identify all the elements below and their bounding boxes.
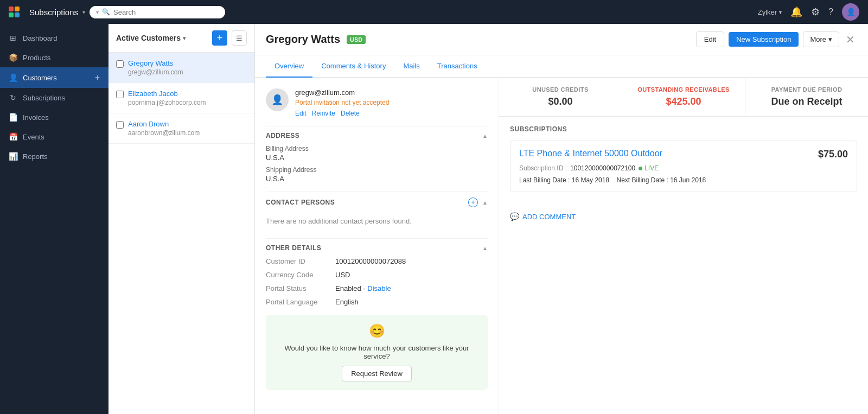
new-subscription-button[interactable]: New Subscription bbox=[729, 32, 799, 47]
topnav-left: Subscriptions ▾ ▾ 🔍 bbox=[9, 5, 225, 18]
search-input[interactable] bbox=[113, 8, 219, 16]
payment-due-stat: PAYMENT DUE PERIOD Due on Receipt bbox=[745, 78, 868, 116]
tab-transactions[interactable]: Transactions bbox=[429, 55, 486, 78]
subscription-name[interactable]: LTE Phone & Internet 50000 Outdoor bbox=[519, 149, 662, 158]
customers-icon: 👤 bbox=[9, 73, 17, 82]
zoho-logo[interactable]: Subscriptions ▾ bbox=[9, 5, 85, 18]
add-customer-button[interactable]: + bbox=[212, 30, 227, 46]
zoho-squares bbox=[9, 7, 20, 17]
customer-name-gregory: Gregory Watts bbox=[128, 59, 247, 67]
smiley-icon: 😊 bbox=[369, 323, 385, 339]
notification-icon[interactable]: 🔔 bbox=[790, 6, 802, 18]
billing-address-value: U.S.A bbox=[266, 154, 488, 162]
currency-code-row: Currency Code USD bbox=[266, 271, 488, 279]
tab-overview[interactable]: Overview bbox=[266, 55, 312, 78]
customer-email-aaron: aaronbrown@zillum.com bbox=[128, 129, 247, 137]
reinvite-link[interactable]: Reinvite bbox=[312, 110, 335, 117]
profile-actions: Edit Reinvite Delete bbox=[295, 110, 488, 117]
address-section-header[interactable]: ADDRESS ▲ bbox=[266, 126, 488, 145]
detail-header-actions: Edit New Subscription More ▾ ✕ bbox=[696, 31, 857, 47]
subscription-price: $75.00 bbox=[818, 149, 848, 160]
sub-id-label: Subscription ID : bbox=[519, 164, 567, 172]
add-contact-icon[interactable]: + bbox=[468, 198, 478, 207]
panel-title-caret-icon: ▾ bbox=[183, 35, 186, 41]
sidebar-item-subscriptions[interactable]: ↻ Subscriptions bbox=[0, 88, 108, 107]
customer-item-gregory[interactable]: Gregory Watts gregw@zillum.com bbox=[108, 53, 254, 83]
zoho-sq-blue bbox=[15, 12, 20, 17]
customer-checkbox-aaron[interactable] bbox=[116, 121, 124, 129]
topnav-right: Zylker ▾ 🔔 ⚙ ? 👤 bbox=[758, 3, 859, 21]
portal-status-label: Portal Status bbox=[266, 284, 331, 292]
portal-status-row: Portal Status Enabled - Disable bbox=[266, 284, 488, 292]
profile-email: gregw@zillum.com bbox=[295, 88, 488, 97]
profile-details: gregw@zillum.com Portal invitation not y… bbox=[295, 88, 488, 117]
customer-checkbox-elizabeth[interactable] bbox=[116, 91, 124, 98]
sidebar: ⊞ Dashboard 📦 Products 👤 Customers + ↻ S… bbox=[0, 24, 108, 414]
search-filter-icon: ▾ bbox=[96, 9, 99, 15]
outstanding-label: OUTSTANDING RECEIVABLES bbox=[633, 86, 734, 93]
main-layout: ⊞ Dashboard 📦 Products 👤 Customers + ↻ S… bbox=[0, 24, 868, 414]
help-icon[interactable]: ? bbox=[828, 7, 833, 17]
customer-id-row: Customer ID 100120000000072088 bbox=[266, 257, 488, 265]
customer-item-elizabeth[interactable]: Elizabeth Jacob poornima.j@zohocorp.com bbox=[108, 83, 254, 113]
portal-language-value: English bbox=[335, 298, 359, 306]
currency-badge: USD bbox=[347, 35, 366, 44]
reports-icon: 📊 bbox=[9, 152, 17, 161]
contact-section-header[interactable]: CONTACT PERSONS + ▲ bbox=[266, 192, 488, 213]
outstanding-stat: OUTSTANDING RECEIVABLES $425.00 bbox=[622, 78, 745, 116]
contact-section-title: CONTACT PERSONS bbox=[266, 199, 335, 206]
tab-comments[interactable]: Comments & History bbox=[312, 55, 394, 78]
subscriptions-title: SUBSCRIPTIONS bbox=[510, 125, 857, 133]
edit-button[interactable]: Edit bbox=[696, 31, 724, 47]
shipping-address-row: Shipping Address U.S.A bbox=[266, 166, 488, 183]
sidebar-item-reports[interactable]: 📊 Reports bbox=[0, 147, 108, 166]
disable-portal-link[interactable]: Disable bbox=[367, 284, 391, 292]
settings-icon[interactable]: ⚙ bbox=[811, 6, 820, 18]
sidebar-item-invoices[interactable]: 📄 Invoices bbox=[0, 107, 108, 127]
sidebar-label-dashboard: Dashboard bbox=[23, 34, 100, 42]
more-button[interactable]: More ▾ bbox=[803, 31, 839, 47]
customer-email-gregory: gregw@zillum.com bbox=[128, 68, 247, 76]
sidebar-item-customers[interactable]: 👤 Customers + bbox=[0, 67, 108, 88]
app-caret-icon: ▾ bbox=[82, 9, 85, 15]
review-text: Would you like to know how much your cus… bbox=[275, 344, 479, 360]
delete-link[interactable]: Delete bbox=[341, 110, 360, 117]
detail-content: 👤 gregw@zillum.com Portal invitation not… bbox=[255, 78, 868, 414]
sidebar-item-products[interactable]: 📦 Products bbox=[0, 48, 108, 67]
tab-mails[interactable]: Mails bbox=[394, 55, 428, 78]
unused-credits-value: $0.00 bbox=[510, 96, 611, 107]
live-badge: LIVE bbox=[639, 164, 659, 172]
add-comment-link[interactable]: 💬 ADD COMMENT bbox=[510, 212, 857, 221]
search-bar[interactable]: ▾ 🔍 bbox=[90, 6, 225, 18]
customer-checkbox-gregory[interactable] bbox=[116, 60, 124, 68]
sidebar-label-customers: Customers bbox=[23, 74, 90, 82]
sidebar-add-customer-icon[interactable]: + bbox=[95, 73, 100, 82]
subscriptions-section: SUBSCRIPTIONS LTE Phone & Internet 50000… bbox=[499, 117, 868, 201]
avatar[interactable]: 👤 bbox=[842, 3, 859, 21]
customer-list-panel: Active Customers ▾ + ☰ Gregory Watts gre… bbox=[108, 24, 255, 414]
sidebar-item-dashboard[interactable]: ⊞ Dashboard bbox=[0, 28, 108, 48]
user-name[interactable]: Zylker ▾ bbox=[758, 8, 782, 16]
customer-info-aaron: Aaron Brown aaronbrown@zillum.com bbox=[128, 120, 247, 137]
customer-item-aaron[interactable]: Aaron Brown aaronbrown@zillum.com bbox=[108, 113, 254, 144]
other-details-header[interactable]: OTHER DETAILS ▲ bbox=[266, 238, 488, 257]
list-view-button[interactable]: ☰ bbox=[232, 30, 247, 46]
customer-info-gregory: Gregory Watts gregw@zillum.com bbox=[128, 59, 247, 76]
request-review-button[interactable]: Request Review bbox=[342, 366, 412, 381]
sidebar-label-reports: Reports bbox=[23, 152, 100, 161]
close-button[interactable]: ✕ bbox=[844, 33, 857, 46]
active-customers-label: Active Customers bbox=[116, 34, 181, 42]
dashboard-icon: ⊞ bbox=[9, 34, 17, 42]
zoho-sq-green bbox=[9, 12, 14, 17]
customer-id-label: Customer ID bbox=[266, 257, 331, 265]
active-customers-dropdown[interactable]: Active Customers ▾ bbox=[116, 34, 186, 42]
more-caret-icon: ▾ bbox=[828, 35, 832, 43]
edit-profile-link[interactable]: Edit bbox=[295, 110, 307, 117]
portal-status-value: Enabled - Disable bbox=[335, 284, 391, 292]
portal-language-row: Portal Language English bbox=[266, 298, 488, 306]
detail-customer-name: Gregory Watts bbox=[266, 33, 340, 46]
list-view-icon: ☰ bbox=[236, 34, 242, 42]
unused-credits-label: UNUSED CREDITS bbox=[510, 86, 611, 93]
contact-persons-section: CONTACT PERSONS + ▲ There are no additio… bbox=[266, 192, 488, 230]
sidebar-item-events[interactable]: 📅 Events bbox=[0, 127, 108, 147]
